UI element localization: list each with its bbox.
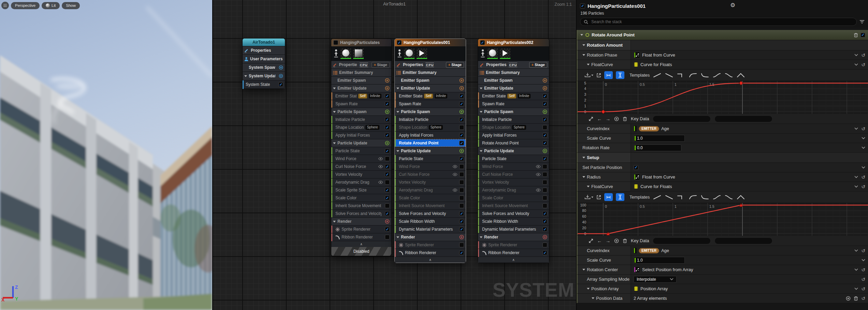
module-checkbox[interactable] xyxy=(459,164,464,169)
collapse-arrow[interactable] xyxy=(580,34,583,36)
delete-trash-icon[interactable] xyxy=(854,33,858,37)
visibility-eye-icon[interactable] xyxy=(452,173,458,176)
module-checkbox[interactable] xyxy=(459,243,464,247)
search-input[interactable] xyxy=(591,19,853,25)
add-element-icon[interactable] xyxy=(846,296,851,301)
key-value-input[interactable] xyxy=(714,115,772,122)
module-checkbox[interactable] xyxy=(459,180,464,185)
add-plus-icon[interactable] xyxy=(279,65,283,70)
module-checkbox[interactable] xyxy=(542,180,547,185)
thumbnail-sphere[interactable] xyxy=(487,48,498,59)
node-row-wind-force[interactable]: Wind Force xyxy=(395,162,466,170)
node-row-emitter-summary[interactable]: Emitter Summary xyxy=(331,68,391,76)
chevron-down-icon[interactable] xyxy=(862,146,865,149)
module-checkbox[interactable]: ✓ xyxy=(542,94,547,98)
add-stage-button[interactable]: +Stage xyxy=(529,62,547,68)
prev-key-icon[interactable]: ← xyxy=(597,238,602,243)
curve-template-8-icon[interactable] xyxy=(736,73,745,78)
add-plus-icon[interactable] xyxy=(459,149,464,153)
node-row-initialize-particle[interactable]: Initialize Particle✓ xyxy=(395,115,466,123)
stack-category-rotation-amount[interactable]: Rotation Amount xyxy=(577,40,868,50)
node-hangingparticulates002[interactable]: ✓HangingParticulates002PropertiesCPU+Sta… xyxy=(478,38,549,263)
stack-row-rotation-center[interactable]: Rotation CenterSelect Position from Arra… xyxy=(577,265,868,275)
visibility-eye-icon[interactable] xyxy=(452,188,458,192)
module-checkbox[interactable]: ✓ xyxy=(459,141,464,145)
import-curve-icon[interactable] xyxy=(584,195,591,200)
node-row-spawn-rate[interactable]: Spawn Rate✓ xyxy=(478,100,549,108)
node-row-apply-initial-forces[interactable]: Apply Initial Forces✓ xyxy=(478,131,549,139)
revert-icon[interactable]: ↺ xyxy=(861,62,865,67)
visibility-eye-icon[interactable] xyxy=(378,165,383,168)
value-input[interactable]: 1.0 xyxy=(634,257,685,264)
module-checkbox[interactable]: ✓ xyxy=(459,102,464,106)
fit-vertical-button[interactable] xyxy=(616,193,624,201)
curve-template-5-icon[interactable] xyxy=(700,73,709,78)
add-plus-icon[interactable] xyxy=(385,219,390,224)
node-row-inherit-source-movement[interactable]: Inherit Source Movement xyxy=(395,202,466,210)
node-row-render[interactable]: Render xyxy=(395,233,466,241)
node-row-system-spawn[interactable]: System Spawn xyxy=(243,63,285,72)
node-row-sprite-renderer[interactable]: Sprite Renderer xyxy=(478,241,549,249)
node-row-emitter-spawn[interactable]: Emitter Spawn xyxy=(331,76,391,84)
chevron-down-icon[interactable] xyxy=(862,259,865,261)
emitter-enabled-checkbox[interactable]: ✓ xyxy=(480,40,485,45)
add-plus-icon[interactable] xyxy=(542,235,547,239)
thumbnail-sphere[interactable] xyxy=(404,48,415,59)
add-plus-icon[interactable] xyxy=(385,78,390,83)
node-row-solve-forces-and-velocity[interactable]: Solve Forces and Velocity✓ xyxy=(478,210,549,217)
value-input[interactable]: 0.0 xyxy=(634,144,681,151)
module-checkbox[interactable]: ✓ xyxy=(385,133,390,138)
module-checkbox[interactable] xyxy=(542,164,547,169)
node-row-vortex-velocity[interactable]: Vortex Velocity xyxy=(478,178,549,186)
curve-editor[interactable]: 00.511.5543210 xyxy=(578,81,868,114)
node-title[interactable]: AirTonado1 xyxy=(243,38,285,46)
key-time-input[interactable] xyxy=(653,237,711,244)
module-enabled-checkbox[interactable]: ✓ xyxy=(860,33,865,37)
node-row-render[interactable]: Render xyxy=(331,217,391,225)
module-checkbox[interactable]: ✓ xyxy=(385,117,390,122)
stack-row-radius[interactable]: RadiusFloat from Curve↺ xyxy=(577,172,868,182)
add-plus-icon[interactable] xyxy=(542,78,547,83)
module-checkbox[interactable]: ✓ xyxy=(459,156,464,161)
value-checkbox[interactable]: ✓ xyxy=(634,165,638,170)
curve-template-7-icon[interactable] xyxy=(724,73,733,78)
module-checkbox[interactable]: ✓ xyxy=(542,227,547,232)
revert-icon[interactable]: ↺ xyxy=(861,296,865,301)
node-row-shape-location[interactable]: Shape LocationSphere✓ xyxy=(331,123,391,131)
module-checkbox[interactable]: ✓ xyxy=(385,149,390,153)
node-row-emitter-spawn[interactable]: Emitter Spawn xyxy=(395,76,466,84)
add-plus-icon[interactable] xyxy=(459,78,464,83)
node-graph-panel[interactable]: AirTonado1 Zoom 1:1 SYSTEM AirTonado1Pro… xyxy=(212,0,576,310)
node-row-dynamic-material-parameters[interactable]: Dynamic Material Parameters✓ xyxy=(395,225,466,233)
module-checkbox[interactable] xyxy=(542,196,547,200)
chevron-down-icon[interactable] xyxy=(854,176,858,178)
revert-icon[interactable]: ↺ xyxy=(861,53,865,58)
visibility-eye-icon[interactable] xyxy=(452,165,458,168)
module-checkbox[interactable] xyxy=(542,172,547,177)
stack-row-rotation-rate[interactable]: Rotation Rate0.0 xyxy=(577,143,868,153)
module-checkbox[interactable] xyxy=(385,180,390,185)
node-row-emitter-update[interactable]: Emitter Update xyxy=(478,84,549,92)
node-row-properties[interactable]: PropertiesCPU+Stage xyxy=(478,61,549,68)
module-checkbox[interactable] xyxy=(459,125,464,130)
module-checkbox[interactable] xyxy=(459,172,464,177)
thumbnail-gradient[interactable] xyxy=(353,48,364,59)
node-row-scale-color[interactable]: Scale Color xyxy=(478,194,549,202)
node-row-emitter-state[interactable]: Emitter StateSelfInfinite✓ xyxy=(331,92,391,100)
fit-horizontal-button[interactable] xyxy=(604,71,613,79)
open-external-icon[interactable] xyxy=(596,73,601,78)
node-row-spawn-rate[interactable]: Spawn Rate✓ xyxy=(395,100,466,108)
node-row-solve-forces-and-velocity[interactable]: Solve Forces and Velocity✓ xyxy=(395,210,466,217)
node-row-aerodynamic-drag[interactable]: Aerodynamic Drag xyxy=(395,186,466,194)
module-checkbox[interactable]: ✓ xyxy=(385,102,390,106)
module-checkbox[interactable] xyxy=(542,243,547,247)
curve-editor[interactable]: 00.511.5100806040200 xyxy=(578,203,868,236)
visibility-eye-icon[interactable] xyxy=(378,181,383,184)
node-row-curl-noise-force[interactable]: Curl Noise Force✓ xyxy=(331,162,391,170)
node-row-apply-initial-forces[interactable]: Apply Initial Forces✓ xyxy=(395,131,466,139)
node-row-properties[interactable]: Properties xyxy=(243,46,285,55)
stack-row-set-particle-position[interactable]: Set Particle Position✓ xyxy=(577,163,868,172)
viewport-menu-button[interactable] xyxy=(1,2,9,9)
node-row-wind-force[interactable]: Wind Force xyxy=(478,162,549,170)
gear-icon[interactable]: ⚙ xyxy=(730,2,735,9)
